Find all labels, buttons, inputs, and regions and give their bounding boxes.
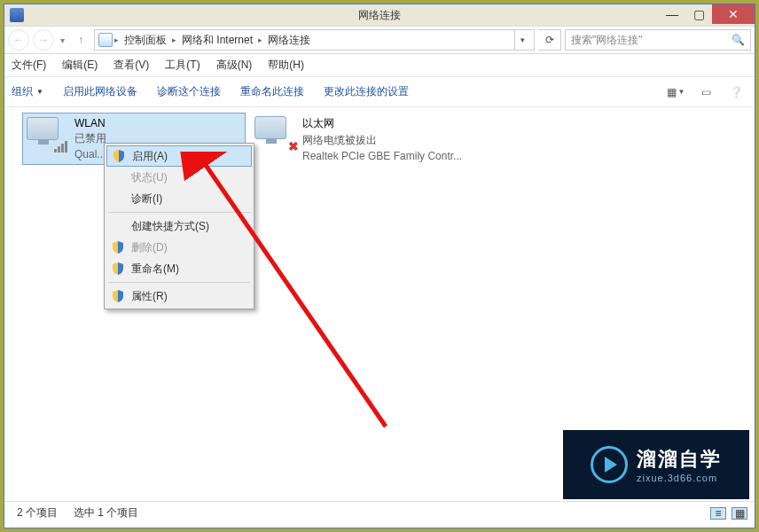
watermark-title: 溜溜自学	[637, 446, 722, 473]
status-bar: 2 个项目 选中 1 个项目 ≡ ▦	[4, 501, 755, 524]
ctx-properties[interactable]: 属性(R)	[106, 286, 252, 307]
menu-help[interactable]: 帮助(H)	[268, 58, 304, 73]
ctx-rename[interactable]: 重命名(M)	[106, 258, 252, 279]
menu-separator	[108, 212, 250, 213]
search-placeholder: 搜索"网络连接"	[571, 33, 643, 48]
status-selected-count: 选中 1 个项目	[74, 505, 138, 520]
shield-icon	[112, 262, 124, 275]
shield-icon	[113, 150, 125, 162]
minimize-button[interactable]: —	[659, 4, 685, 24]
search-input[interactable]: 搜索"网络连接" 🔍	[565, 29, 751, 51]
toolbar-enable-device[interactable]: 启用此网络设备	[63, 84, 137, 99]
network-status: 已禁用	[74, 131, 106, 146]
menu-separator	[108, 282, 250, 283]
status-item-count: 2 个项目	[17, 505, 58, 520]
chevron-right-icon: ▸	[114, 35, 119, 44]
ctx-enable[interactable]: 启用(A)	[106, 145, 252, 167]
shield-icon	[112, 241, 124, 254]
search-icon: 🔍	[732, 34, 745, 46]
shield-icon	[112, 290, 124, 302]
chevron-down-icon: ▼	[36, 88, 43, 96]
nav-back-button[interactable]: ←	[8, 29, 29, 51]
menu-advanced[interactable]: 高级(N)	[216, 58, 253, 73]
breadcrumb-dropdown[interactable]: ▾	[514, 29, 530, 51]
disconnected-x-icon: ✖	[288, 139, 299, 153]
breadcrumb-seg-network-connections[interactable]: 网络连接	[264, 33, 314, 48]
context-menu: 启用(A) 状态(U) 诊断(I) 创建快捷方式(S) 删除(D) 重命名(M)	[104, 143, 254, 309]
menu-file[interactable]: 文件(F)	[12, 58, 46, 73]
network-device: Qual...	[74, 148, 106, 160]
toolbar-rename[interactable]: 重命名此连接	[240, 84, 304, 99]
breadcrumb-seg-network-internet[interactable]: 网络和 Internet	[178, 33, 256, 48]
chevron-right-icon: ▸	[172, 35, 176, 44]
ctx-status: 状态(U)	[106, 167, 252, 188]
wlan-icon	[27, 117, 67, 153]
ethernet-icon: ✖	[254, 116, 295, 152]
window-controls: — ▢ ✕	[659, 4, 755, 24]
network-device: Realtek PCIe GBE Family Contr...	[302, 150, 462, 162]
toolbar-change-settings[interactable]: 更改此连接的设置	[324, 84, 409, 99]
network-title: 以太网	[302, 116, 462, 131]
toolbar: 组织▼ 启用此网络设备 诊断这个连接 重命名此连接 更改此连接的设置 ▦▼ ▭ …	[4, 77, 755, 107]
watermark-logo-icon	[591, 446, 628, 483]
app-icon	[10, 8, 24, 22]
nav-forward-button[interactable]: →	[33, 29, 54, 51]
view-options-button[interactable]: ▦▼	[666, 84, 685, 100]
refresh-button[interactable]: ⟳	[538, 29, 561, 51]
menu-tools[interactable]: 工具(T)	[165, 58, 200, 73]
network-item-text: 以太网 网络电缆被拔出 Realtek PCIe GBE Family Cont…	[302, 116, 462, 162]
preview-pane-button[interactable]: ▭	[696, 84, 716, 100]
help-button[interactable]: ❔	[726, 84, 746, 100]
maximize-button[interactable]: ▢	[685, 4, 712, 24]
breadcrumb-seg-control-panel[interactable]: 控制面板	[121, 33, 170, 48]
chevron-right-icon: ▸	[258, 35, 262, 44]
close-button[interactable]: ✕	[712, 4, 755, 24]
view-large-icons-button[interactable]: ▦	[732, 507, 747, 520]
watermark: 溜溜自学 zixue.3d66.com	[563, 430, 749, 499]
menu-edit[interactable]: 编辑(E)	[62, 58, 98, 73]
window-title: 网络连接	[358, 8, 401, 23]
ctx-diagnose[interactable]: 诊断(I)	[106, 188, 252, 209]
network-status: 网络电缆被拔出	[302, 133, 462, 148]
ctx-create-shortcut[interactable]: 创建快捷方式(S)	[106, 215, 252, 237]
nav-history-dropdown[interactable]: ▾	[58, 35, 67, 45]
nav-up-button[interactable]: ↑	[71, 30, 90, 50]
address-bar: ← → ▾ ↑ ▸ 控制面板 ▸ 网络和 Internet ▸ 网络连接 ▾ ⟳…	[4, 26, 755, 54]
toolbar-diagnose[interactable]: 诊断这个连接	[157, 84, 221, 99]
ctx-delete: 删除(D)	[106, 237, 252, 258]
network-item-ethernet[interactable]: ✖ 以太网 网络电缆被拔出 Realtek PCIe GBE Family Co…	[251, 113, 481, 166]
view-details-button[interactable]: ≡	[710, 507, 726, 520]
menubar: 文件(F) 编辑(E) 查看(V) 工具(T) 高级(N) 帮助(H)	[4, 54, 755, 77]
menu-view[interactable]: 查看(V)	[113, 58, 149, 73]
watermark-url: zixue.3d66.com	[637, 473, 722, 483]
breadcrumb[interactable]: ▸ 控制面板 ▸ 网络和 Internet ▸ 网络连接 ▾	[94, 29, 535, 51]
toolbar-organize[interactable]: 组织▼	[12, 84, 43, 99]
location-icon	[98, 33, 113, 47]
network-title: WLAN	[74, 117, 106, 129]
network-item-text: WLAN 已禁用 Qual...	[74, 117, 106, 160]
titlebar[interactable]: 网络连接 — ▢ ✕	[4, 4, 755, 26]
window-frame: 网络连接 — ▢ ✕ ← → ▾ ↑ ▸ 控制面板 ▸ 网络和 Internet…	[4, 4, 755, 528]
content-area[interactable]: WLAN 已禁用 Qual... ✖ 以太网 网络电缆被拔出 Realtek P…	[4, 107, 755, 524]
